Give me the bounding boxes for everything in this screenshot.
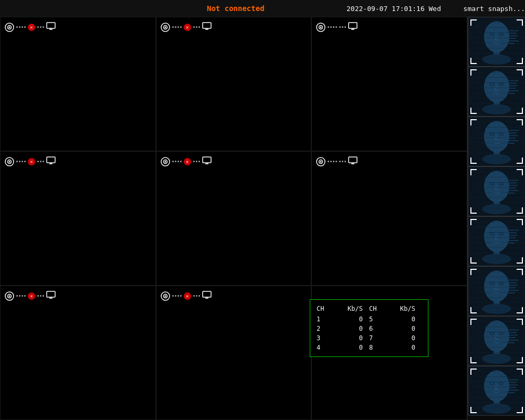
svg-rect-167 [509,243,515,244]
signal-dots-6b [339,161,346,162]
svg-rect-27 [203,157,211,163]
svg-rect-116 [509,135,518,136]
svg-rect-166 [509,240,519,241]
stats-cell: 1 [317,314,337,324]
svg-rect-238 [509,390,519,391]
svg-rect-165 [509,237,516,238]
corner-br [517,257,523,264]
snapshot-thumb-8[interactable] [468,366,525,416]
camera-status-3 [316,22,358,33]
svg-rect-210 [509,329,519,330]
camera-icon-8 [161,291,170,301]
stats-cell: 3 [317,333,337,343]
snapshot-thumb-5[interactable] [468,216,525,266]
corner-bl [470,257,477,264]
corner-bl [470,58,477,64]
svg-point-124 [491,183,493,185]
svg-point-153 [482,254,511,264]
snapshot-thumb-7[interactable] [468,316,525,366]
corner-bl [470,407,477,413]
snapshot-thumb-4[interactable] [468,166,525,216]
monitor-icon-1 [46,22,56,33]
svg-rect-236 [509,384,518,385]
svg-point-97 [485,121,509,152]
snapshot-thumb-1[interactable] [468,17,525,67]
corner-br [517,307,523,313]
signal-dots-7b [37,295,44,297]
svg-rect-3 [47,23,55,28]
signal-dots-3 [328,26,337,28]
svg-point-193 [485,321,509,352]
camera-status-4: ✕ [5,156,56,167]
error-icon-1: ✕ [28,24,35,31]
svg-rect-213 [509,337,516,338]
svg-rect-212 [509,334,518,335]
snapshot-thumb-2[interactable] [468,67,525,117]
signal-dots-2b [193,26,200,28]
stats-cell: 4 [317,343,337,352]
svg-rect-186 [509,279,519,280]
corner-bl [470,357,477,363]
monitor-icon-2 [202,22,212,33]
corner-bl [470,207,477,214]
svg-rect-138 [509,180,519,181]
corner-tl [470,269,477,275]
camera-icon-7 [5,291,14,301]
svg-point-172 [491,283,493,285]
snapshot-thumb-6[interactable] [468,266,525,316]
stats-cell: 5 [369,314,390,324]
camera-cell-8: ✕ [156,286,312,420]
corner-tl [470,319,477,325]
corner-tr [517,319,523,325]
monitor-icon-4 [46,156,56,167]
stats-cell: 0 [337,324,369,333]
corner-tr [517,219,523,225]
svg-rect-70 [509,40,519,41]
svg-rect-191 [509,292,515,293]
svg-rect-139 [509,182,517,183]
corner-bl [470,108,477,114]
svg-point-129 [482,204,511,214]
svg-point-52 [491,34,493,35]
stats-cell: 0 [390,343,422,352]
svg-point-44 [164,295,166,297]
camera-status-1: ✕ [5,22,56,33]
snapshot-thumb-3[interactable] [468,117,525,166]
svg-rect-164 [509,235,518,236]
corner-br [517,207,523,214]
svg-rect-163 [509,232,517,233]
signal-dots-8b [193,295,200,297]
svg-rect-140 [509,185,518,186]
corner-br [517,58,523,64]
svg-rect-39 [47,291,55,297]
camera-cell-7: ✕ [0,286,156,420]
svg-point-220 [491,383,493,384]
svg-point-121 [485,171,509,202]
svg-point-225 [482,403,511,414]
svg-rect-45 [203,291,211,297]
signal-dots-1 [16,26,26,28]
svg-point-201 [482,353,511,364]
svg-rect-214 [509,340,519,341]
stats-cell: 0 [337,314,369,324]
svg-point-81 [482,104,511,114]
svg-rect-118 [509,140,519,141]
monitor-icon-6 [348,156,358,167]
svg-rect-93 [509,88,516,89]
signal-dots-1b [37,26,44,28]
svg-rect-162 [509,229,519,230]
svg-rect-94 [509,90,519,91]
svg-point-53 [500,34,502,35]
svg-rect-115 [509,132,517,133]
corner-br [517,108,523,114]
camera-status-7: ✕ [5,290,56,301]
corner-tr [517,69,523,76]
error-icon-2: ✕ [184,24,191,31]
corner-tl [470,169,477,175]
camera-cell-6 [311,151,467,286]
error-icon-4: ✕ [28,158,35,165]
signal-dots-5 [172,161,182,162]
camera-cell-5: ✕ [156,151,312,286]
svg-point-217 [485,371,509,402]
monitor-icon-8 [202,290,212,301]
